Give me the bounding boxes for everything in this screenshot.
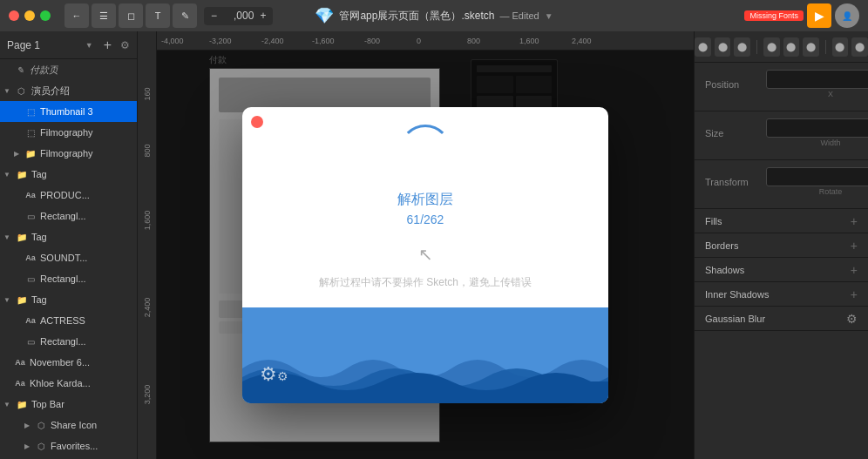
canvas-with-ruler: 160 800 1,600 2,400 3,200 付款 <box>138 51 694 459</box>
layer-item-rect1[interactable]: ▭ Rectangl... <box>0 206 137 226</box>
transform-label: Transform <box>705 177 766 187</box>
layer-item-filmography-layer[interactable]: ⬚ Filmography <box>0 122 137 143</box>
chevron-icon: ▼ <box>3 296 10 304</box>
workspace: Page 1 ▼ + ⚙ ✎ 付款页 ▼ ⬡ 演员介绍 ⬚ Thumbnail … <box>0 31 868 459</box>
add-page-button[interactable]: + <box>104 37 112 53</box>
ruler-top: -4,000 -3,200 -2,400 -1,600 -800 0 800 1… <box>157 31 694 50</box>
layer-label: Favorites... <box>51 441 98 451</box>
ruler-vert-mark: 160 <box>143 87 152 100</box>
layer-icon: ⬚ <box>24 105 37 118</box>
size-row: Size Width Height <box>705 118 858 147</box>
ruler-mark: 2,400 <box>572 37 592 45</box>
loading-progress: 61/262 <box>407 213 444 226</box>
title-right: Missing Fonts ▶ 👤 <box>744 3 859 28</box>
toolbar-pencil[interactable]: ✎ <box>173 3 197 28</box>
text-aa-icon: Aa <box>24 189 37 201</box>
fills-row[interactable]: Fills + <box>695 209 868 233</box>
position-row: Position X Y <box>705 70 858 98</box>
borders-row[interactable]: Borders + <box>695 233 868 258</box>
inner-shadows-row[interactable]: Inner Shadows + <box>695 282 868 307</box>
layer-item-soundt[interactable]: Aa SOUNDT... <box>0 247 137 268</box>
profile-icon[interactable]: 👤 <box>835 3 859 28</box>
layer-item-khloe[interactable]: Aa Khloe Karda... <box>0 373 137 394</box>
rect-icon: ▭ <box>24 273 37 285</box>
position-x-input[interactable] <box>766 70 868 89</box>
zoom-plus[interactable]: + <box>260 10 266 22</box>
page-selector[interactable]: Page 1 <box>7 39 80 51</box>
distribute-v-button[interactable]: ⬤ <box>851 37 868 57</box>
ruler-mark: -1,600 <box>312 37 335 45</box>
fills-label: Fills <box>705 216 851 226</box>
ruler-mark: -4,000 <box>161 37 184 45</box>
align-vcenter-button[interactable]: ⬤ <box>783 37 800 57</box>
align-left-button[interactable]: ⬤ <box>695 37 711 57</box>
layer-item-shareicon[interactable]: ▶ ⬡ Share Icon <box>0 415 137 435</box>
align-right-button[interactable]: ⬤ <box>734 37 750 57</box>
width-group: Width <box>766 118 868 147</box>
divider <box>756 40 757 54</box>
position-inputs: X Y <box>766 70 868 98</box>
shadows-row[interactable]: Shadows + <box>695 258 868 282</box>
zoom-control[interactable]: − ,000 + <box>204 7 273 25</box>
layer-item-actress[interactable]: Aa ACTRESS <box>0 310 137 331</box>
title-chevron[interactable]: ▼ <box>545 11 553 21</box>
borders-label: Borders <box>705 240 851 251</box>
spinner-arc <box>399 125 451 177</box>
toolbar-layers[interactable]: ☰ <box>92 3 116 28</box>
layer-item-yanjiuan[interactable]: ▼ ⬡ 演员介绍 <box>0 80 137 101</box>
layer-item-produc[interactable]: Aa PRODUC... <box>0 185 137 206</box>
layer-label: Filmography <box>40 127 93 138</box>
borders-add-button[interactable]: + <box>851 239 858 253</box>
group-icon: ⬡ <box>35 419 47 431</box>
align-top-button[interactable]: ⬤ <box>763 37 780 57</box>
layer-item-rect3[interactable]: ▭ Rectangl... <box>0 331 137 352</box>
rotate-input[interactable] <box>766 167 868 186</box>
layer-item-tag1[interactable]: ▼ 📁 Tag <box>0 164 137 185</box>
ruler-vert-mark: 800 <box>143 144 152 157</box>
zoom-minus[interactable]: − <box>211 10 217 22</box>
rotate-group: Rotate <box>766 167 868 196</box>
layer-label: Tag <box>31 232 47 242</box>
toolbar-text[interactable]: T <box>146 3 170 28</box>
fullscreen-button[interactable] <box>40 10 51 21</box>
text-icon: ✎ <box>14 64 26 76</box>
gaussian-blur-row[interactable]: Gaussian Blur ⚙ <box>695 307 868 331</box>
layer-label: Tag <box>31 169 47 179</box>
title-center: 💎 管网app展示页面（黑色）.sketch — Edited ▼ <box>315 6 553 25</box>
layer-item-tag2[interactable]: ▼ 📁 Tag <box>0 226 137 247</box>
ruler-mark: -3,200 <box>209 37 232 45</box>
layer-item-thumbnail3[interactable]: ⬚ Thumbnail 3 <box>0 101 137 122</box>
run-button[interactable]: ▶ <box>807 3 831 28</box>
minimize-button[interactable] <box>24 10 35 21</box>
ruler-vert-mark: 3,200 <box>143 385 152 405</box>
sidebar-settings-icon[interactable]: ⚙ <box>120 39 130 51</box>
layer-label: Rectangl... <box>40 336 86 347</box>
distribute-h-button[interactable]: ⬤ <box>832 37 849 57</box>
traffic-lights <box>9 10 51 21</box>
close-button[interactable] <box>9 10 19 21</box>
layer-item-favorites[interactable]: ▶ ⬡ Favorites... <box>0 435 137 456</box>
gaussian-blur-label: Gaussian Blur <box>705 314 846 324</box>
fills-add-button[interactable]: + <box>851 214 858 228</box>
ruler-mark: 800 <box>467 37 480 45</box>
shadows-add-button[interactable]: + <box>851 263 858 277</box>
ruler-vert-mark: 2,400 <box>143 298 152 318</box>
layer-item-filmography-folder[interactable]: ▶ 📁 Filmography <box>0 143 137 164</box>
layer-item-rect2[interactable]: ▭ Rectangl... <box>0 268 137 289</box>
gaussian-blur-toggle[interactable]: ⚙ <box>846 312 858 326</box>
missing-fonts-badge[interactable]: Missing Fonts <box>744 10 804 21</box>
layer-item-topbar[interactable]: ▼ 📁 Top Bar <box>0 394 137 415</box>
transform-row: Transform Rotate Flip <box>705 167 858 196</box>
toolbar-back[interactable]: ← <box>64 3 89 28</box>
canvas[interactable]: 付款 <box>157 51 694 459</box>
layer-item-fuye[interactable]: ✎ 付款页 <box>0 59 137 80</box>
layer-item-tag3[interactable]: ▼ 📁 Tag <box>0 289 137 310</box>
align-center-button[interactable]: ⬤ <box>715 37 731 57</box>
toolbar-insert[interactable]: ◻ <box>119 3 143 28</box>
layer-item-november[interactable]: Aa November 6... <box>0 352 137 373</box>
group-icon: ⬡ <box>35 440 47 452</box>
width-input[interactable] <box>766 118 868 138</box>
loading-dialog: 解析图层 61/262 ↖ 解析过程中请不要操作 Sketch，避免上传错误 <box>242 107 608 403</box>
align-bottom-button[interactable]: ⬤ <box>803 37 819 57</box>
inner-shadows-add-button[interactable]: + <box>851 287 858 301</box>
